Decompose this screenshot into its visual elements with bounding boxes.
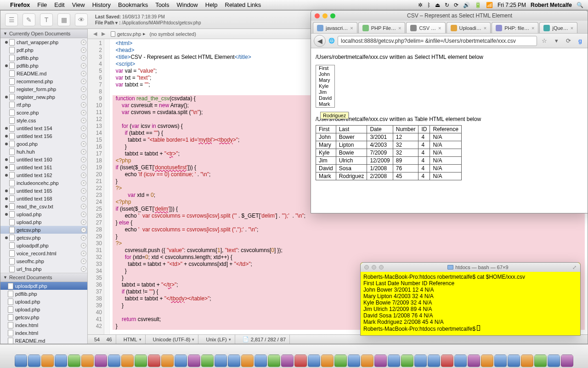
- close-doc-icon[interactable]: ×: [81, 172, 86, 178]
- close-doc-icon[interactable]: ×: [81, 165, 86, 170]
- dock-app-icon[interactable]: [175, 355, 187, 367]
- sidebar-item[interactable]: README.md×: [0, 69, 87, 77]
- dock-app-icon[interactable]: [388, 355, 400, 367]
- dock-app-icon[interactable]: [241, 355, 254, 367]
- bluetooth-icon[interactable]: ᛒ: [427, 2, 430, 8]
- dock-app-icon[interactable]: [561, 355, 573, 367]
- close-doc-icon[interactable]: ×: [81, 243, 86, 248]
- dock-app-icon[interactable]: [68, 355, 80, 367]
- dock-app-icon[interactable]: [201, 355, 214, 367]
- close-doc-icon[interactable]: ×: [81, 235, 86, 241]
- search-engine-icon[interactable]: g: [576, 37, 585, 44]
- dock-app-icon[interactable]: [28, 355, 40, 367]
- menu-related[interactable]: Related Links: [225, 1, 261, 8]
- dock-app-icon[interactable]: [281, 355, 294, 367]
- sidebar-item[interactable]: includeoncehc.php×: [0, 179, 87, 187]
- minimize-icon[interactable]: [372, 265, 376, 270]
- sidebar-item[interactable]: untitled text 165×: [0, 187, 87, 195]
- filepath-label[interactable]: File Path ▾ :: [95, 20, 121, 25]
- dock-app-icon[interactable]: [294, 355, 307, 367]
- dock-app-icon[interactable]: [334, 355, 347, 367]
- spotlight-icon[interactable]: 🔍: [577, 2, 583, 8]
- dock-app-icon[interactable]: [188, 355, 200, 367]
- sidebar-item[interactable]: getcsv.php×: [0, 234, 87, 242]
- sidebar-item[interactable]: style.css×: [0, 116, 87, 124]
- timemachine-icon[interactable]: ⟳: [454, 2, 458, 8]
- sidebar-toggle-icon[interactable]: ☰: [5, 13, 18, 26]
- close-doc-icon[interactable]: ×: [81, 266, 86, 272]
- browser-tab[interactable]: jQue…×: [539, 22, 577, 33]
- edit-icon[interactable]: ✎: [23, 13, 35, 26]
- menu-edit[interactable]: Edit: [54, 1, 64, 8]
- battery-icon[interactable]: 🔋: [475, 2, 481, 8]
- dock-app-icon[interactable]: [215, 355, 227, 367]
- close-doc-icon[interactable]: ×: [81, 102, 86, 108]
- close-doc-icon[interactable]: ×: [81, 79, 86, 84]
- dock-app-icon[interactable]: [121, 355, 134, 367]
- close-doc-icon[interactable]: ×: [81, 204, 86, 209]
- close-doc-icon[interactable]: ×: [81, 157, 86, 162]
- sidebar-item[interactable]: getcsv.php×: [0, 226, 87, 234]
- browser-tab[interactable]: javascri…×: [313, 22, 357, 33]
- nav-back-icon[interactable]: ◀: [91, 31, 99, 37]
- browser-tab[interactable]: PHP: file…×: [492, 22, 538, 33]
- sidebar-item[interactable]: useofhc.php×: [0, 257, 87, 265]
- text-tool-icon[interactable]: T: [40, 13, 53, 26]
- dock-app-icon[interactable]: [15, 355, 27, 367]
- volume-icon[interactable]: 🔊: [463, 2, 470, 8]
- dock-app-icon[interactable]: [161, 355, 174, 367]
- menu-file[interactable]: File: [37, 1, 47, 8]
- sidebar-item[interactable]: README.md: [0, 337, 87, 344]
- dock-app-icon[interactable]: [268, 355, 280, 367]
- sidebar-item[interactable]: register_new.php×: [0, 93, 87, 101]
- sidebar-item[interactable]: uploadpdf.php×: [0, 242, 87, 249]
- menu-help[interactable]: Help: [205, 1, 218, 8]
- select-element[interactable]: FirstJohnMaryKyleJimDavidMark: [316, 65, 335, 108]
- back-button[interactable]: ◀: [314, 35, 326, 47]
- close-doc-icon[interactable]: ×: [81, 63, 86, 69]
- close-doc-icon[interactable]: ×: [81, 196, 86, 201]
- dock-app-icon[interactable]: [401, 355, 413, 367]
- close-doc-icon[interactable]: ×: [81, 94, 86, 100]
- status-icon[interactable]: ✲: [418, 2, 423, 8]
- sidebar-item[interactable]: url_fns.php×: [0, 265, 87, 273]
- close-doc-icon[interactable]: ×: [81, 149, 86, 155]
- terminal-content[interactable]: Roberts-MacBook-Pro:htdocs robertmetcalf…: [361, 272, 580, 334]
- dock-app-icon[interactable]: [55, 355, 67, 367]
- dock-app-icon[interactable]: [428, 355, 440, 367]
- close-icon[interactable]: [364, 265, 369, 270]
- close-doc-icon[interactable]: ×: [81, 47, 86, 53]
- close-doc-icon[interactable]: ×: [81, 251, 86, 256]
- dock-app-icon[interactable]: [548, 355, 560, 367]
- sidebar-item[interactable]: good.php×: [0, 140, 87, 148]
- sidebar-item[interactable]: huh.huh×: [0, 148, 87, 155]
- dock-app-icon[interactable]: [454, 355, 467, 367]
- dock-app-icon[interactable]: [481, 355, 493, 367]
- sidebar-item[interactable]: index.html: [0, 321, 87, 329]
- close-doc-icon[interactable]: ×: [81, 40, 86, 45]
- zoom-icon[interactable]: [330, 13, 335, 18]
- bundle-icon[interactable]: ▦: [57, 13, 70, 26]
- dock-app-icon[interactable]: [228, 355, 240, 367]
- status-enc[interactable]: Unicode (UTF-8): [149, 335, 199, 344]
- close-doc-icon[interactable]: ×: [81, 55, 86, 61]
- dock-app-icon[interactable]: [508, 355, 520, 367]
- dock-app-icon[interactable]: [441, 355, 453, 367]
- recent-docs-header[interactable]: ▼Recent Documents: [0, 273, 87, 282]
- close-doc-icon[interactable]: ×: [81, 126, 86, 131]
- dock-app-icon[interactable]: [308, 355, 320, 367]
- nav-fwd-icon[interactable]: ▶: [100, 31, 107, 37]
- dock-app-icon[interactable]: [414, 355, 427, 367]
- status-lineend[interactable]: Unix (LF): [202, 335, 235, 344]
- dock-app-icon[interactable]: [108, 355, 120, 367]
- crumb-file[interactable]: getcsv.php: [117, 31, 141, 37]
- browser-tab[interactable]: PHP File…×: [358, 22, 406, 33]
- sidebar-item[interactable]: index.html: [0, 329, 87, 337]
- clock[interactable]: Fri 7:25 PM: [498, 2, 526, 8]
- reload-icon[interactable]: ⟳: [564, 37, 573, 44]
- sidebar-item[interactable]: untitled text 168×: [0, 195, 87, 202]
- username[interactable]: Robert Metcalfe: [531, 2, 572, 8]
- sidebar-item[interactable]: pdflib.php: [0, 290, 87, 298]
- terminal-titlebar[interactable]: htdocs — bash — 67×9 ⤢: [361, 263, 580, 272]
- dock-app-icon[interactable]: [321, 355, 334, 367]
